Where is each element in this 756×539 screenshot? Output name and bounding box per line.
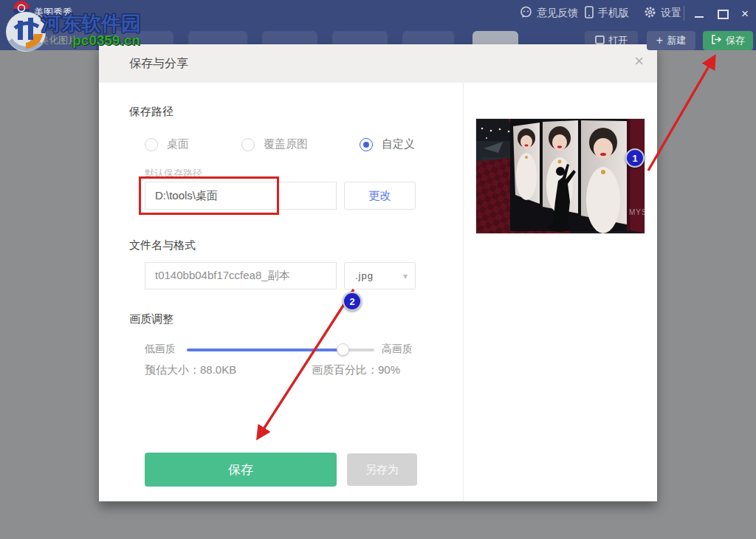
save-share-dialog: 保存与分享 × 保存路径 桌面 覆盖原图 自定义 默认保存路径 更改 文件名与格…: [99, 44, 657, 501]
radio-overwrite-label[interactable]: 覆盖原图: [264, 137, 308, 151]
plus-icon: +: [656, 34, 663, 47]
low-quality-label: 低画质: [145, 343, 176, 356]
close-window-button[interactable]: ×: [738, 9, 752, 19]
quality-heading: 画质调整: [129, 312, 173, 326]
settings-label: 设置: [661, 7, 681, 20]
export-icon: [711, 35, 722, 47]
step-2-badge: 2: [343, 292, 362, 311]
phone-icon: [585, 6, 594, 21]
radio-custom[interactable]: [360, 138, 373, 151]
save-as-button[interactable]: 另存为: [347, 453, 417, 486]
tab-beautify-label: 美化图片: [21, 31, 96, 50]
billboard-text: MYST: [629, 208, 645, 216]
filename-heading: 文件名与格式: [129, 238, 196, 253]
maximize-button[interactable]: [716, 9, 729, 19]
app-title: 美图秀秀: [34, 6, 72, 19]
save-path-heading: 保存路径: [129, 105, 173, 119]
dialog-divider: [463, 83, 464, 501]
minimize-icon: [695, 16, 704, 18]
quality-slider-fill: [187, 349, 343, 351]
feedback-button[interactable]: 意见反馈: [520, 7, 578, 20]
gear-icon: [644, 6, 656, 21]
radio-overwrite[interactable]: [241, 138, 255, 151]
toolbar-save-button[interactable]: 保存: [703, 31, 753, 50]
chevron-down-icon: ▾: [403, 271, 408, 281]
dialog-close-icon[interactable]: ×: [634, 53, 644, 69]
highlight-rectangle: [139, 176, 279, 215]
toolbar-save-label: 保存: [726, 34, 745, 47]
radio-desktop-label[interactable]: 桌面: [167, 137, 189, 151]
radio-custom-label[interactable]: 自定义: [382, 137, 415, 151]
save-button[interactable]: 保存: [145, 453, 337, 487]
maximize-icon: [718, 10, 729, 19]
quality-slider[interactable]: [187, 349, 374, 351]
tab-beautify[interactable]: 美化图片: [21, 31, 96, 50]
titlebar-separator: [684, 6, 684, 21]
save-path-options: 桌面 覆盖原图 自定义: [145, 137, 415, 151]
step-1-badge: 1: [625, 148, 645, 168]
quality-slider-knob[interactable]: [337, 343, 349, 356]
high-quality-label: 高画质: [382, 343, 413, 356]
radio-desktop[interactable]: [145, 138, 158, 151]
quality-percent-text: 画质百分比：90%: [312, 363, 400, 377]
new-label: 新建: [667, 34, 686, 47]
close-icon: ×: [741, 9, 749, 19]
mobile-version-label: 手机版: [598, 7, 629, 20]
filename-input[interactable]: [145, 262, 337, 289]
change-path-button[interactable]: 更改: [344, 182, 416, 210]
dialog-title: 保存与分享: [129, 56, 188, 72]
format-value: .jpg: [355, 270, 374, 281]
settings-button[interactable]: 设置: [644, 7, 681, 20]
feedback-label: 意见反馈: [537, 7, 578, 20]
mobile-version-button[interactable]: 手机版: [585, 7, 629, 20]
format-select[interactable]: .jpg ▾: [344, 262, 416, 289]
minimize-button[interactable]: [693, 9, 706, 19]
new-button[interactable]: + 新建: [647, 31, 695, 50]
chat-bubble-icon: [520, 6, 532, 21]
preview-image: MYST: [475, 118, 645, 234]
estimated-size-text: 预估大小：88.0KB: [145, 363, 236, 377]
